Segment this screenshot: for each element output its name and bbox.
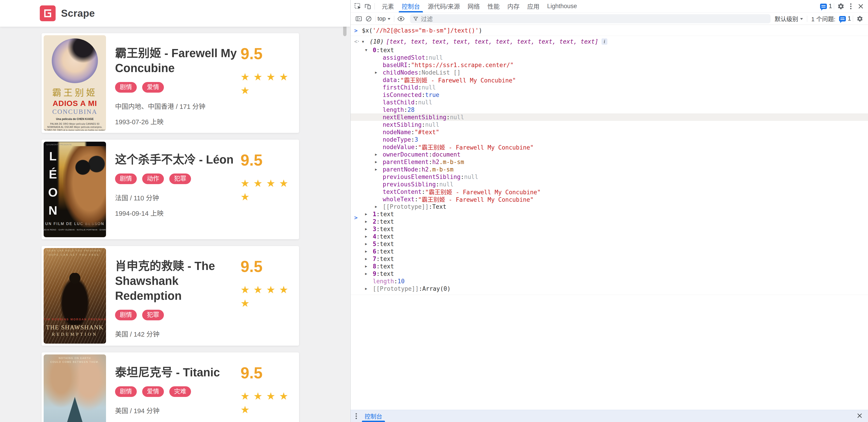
devtools-tab-元素[interactable]: 元素 [378, 0, 398, 12]
context-selector[interactable]: top [377, 15, 385, 22]
console-tree-row[interactable]: baseURI: "https://ssr1.scrape.center/" [350, 61, 868, 69]
inspect-element-icon[interactable] [353, 1, 363, 11]
live-expression-eye-icon[interactable] [396, 14, 406, 24]
console-tree-row[interactable]: ▶[[Prototype]]: Array(0) [350, 285, 868, 292]
close-devtools-icon[interactable] [856, 1, 866, 11]
console-tree-row[interactable]: previousElementSibling: null [350, 173, 868, 181]
console-tree-row[interactable]: length: 28 [350, 106, 868, 113]
devtools-tab-内存[interactable]: 内存 [504, 0, 524, 12]
movie-tags: 剧情犯罪 [115, 310, 241, 320]
console-tree-row[interactable]: ▶9: text [350, 270, 868, 278]
console-tree-row[interactable]: ▶1: text [350, 210, 868, 218]
movie-card[interactable]: FEAR CAN HOLD YOU PRISONER.HOPE CAN SET … [41, 246, 299, 346]
console-tree-row[interactable]: ▶7: text [350, 255, 868, 262]
expand-triangle-icon[interactable]: ▶ [365, 219, 373, 224]
devtools-tab-性能[interactable]: 性能 [484, 0, 504, 12]
devtools-tab-Lighthouse[interactable]: Lighthouse [544, 0, 581, 12]
devtools-tab-源代码/来源[interactable]: 源代码/来源 [424, 0, 464, 12]
console-tree-row[interactable]: lastChild: null [350, 98, 868, 106]
star-icon: ★ [253, 391, 266, 402]
console-tree-row[interactable]: ▶[[Prototype]]: Text [350, 203, 868, 210]
console-tree-row[interactable]: previousSibling: null [350, 181, 868, 188]
star-icon: ★ [241, 191, 253, 203]
expand-triangle-icon[interactable]: ▶ [365, 257, 373, 261]
console-input-echo[interactable]: > $x('//h2[@class="m-b-sm"]/text()') [350, 25, 868, 36]
movie-card[interactable]: GAUMONT PRESENTELÉONUN FILM DE LUC BESSO… [41, 140, 299, 239]
console-tree-row[interactable]: textContent: "霸王别姬 - Farewell My Concubi… [350, 188, 868, 195]
console-tree-row[interactable]: length: 10 [350, 278, 868, 285]
devtools-tab-应用[interactable]: 应用 [524, 0, 544, 12]
expand-triangle-icon[interactable]: ▶ [365, 212, 373, 216]
console-tree-row[interactable]: nextSibling: null [350, 121, 868, 128]
devtools-tab-控制台[interactable]: 控制台 [398, 0, 424, 12]
console-tree-row[interactable]: firstChild: null [350, 84, 868, 91]
expand-triangle-icon[interactable]: ▶ [365, 227, 373, 231]
movie-title[interactable]: 泰坦尼克号 - Titanic [115, 365, 241, 380]
more-options-kebab-icon[interactable] [846, 1, 856, 11]
tag-badge: 灾难 [169, 386, 191, 397]
movie-card[interactable]: 霸王别姬ADIOS A MICONCUBINAUna película de C… [41, 33, 299, 133]
drawer-close-icon[interactable] [856, 412, 863, 420]
expand-triangle-icon[interactable]: ▶ [365, 287, 373, 291]
console-messages-icon[interactable] [820, 4, 827, 9]
console-result-row[interactable]: <· ▼ (10) [text, text, text, text, text,… [350, 37, 868, 46]
settings-gear-icon[interactable] [836, 1, 846, 11]
device-toolbar-icon[interactable] [363, 1, 373, 11]
expand-triangle-icon[interactable]: ▼ [365, 48, 373, 52]
expand-triangle-icon[interactable]: ▶ [375, 160, 383, 164]
expand-triangle-icon[interactable]: ▶ [365, 234, 373, 238]
movie-poster[interactable]: NOTHING ON EARTHCOULD COME BETWEEN THEM.… [43, 354, 106, 422]
console-tree-row[interactable]: ▶childNodes: NodeList [] [350, 69, 868, 76]
console-tree-row[interactable]: ▶parentElement: h2.m-b-sm [350, 158, 868, 166]
issues-label[interactable]: 1 个问题: [811, 14, 835, 23]
expand-triangle-icon[interactable]: ▶ [365, 271, 373, 276]
movie-poster[interactable]: 霸王别姬ADIOS A MICONCUBINAUna película de C… [43, 35, 106, 131]
expand-triangle-icon[interactable]: ▶ [375, 204, 383, 209]
console-prompt-line[interactable]: > [350, 295, 868, 305]
drawer-kebab-icon[interactable] [355, 416, 357, 417]
console-tree-row[interactable]: ▶8: text [350, 262, 868, 270]
movie-title[interactable]: 霸王别姬 - Farewell My Concubine [115, 46, 241, 76]
movie-title[interactable]: 这个杀手不太冷 - Léon [115, 152, 241, 167]
console-tree-row[interactable]: ▶2: text [350, 218, 868, 225]
console-tree-row[interactable]: ▶ownerDocument: document [350, 151, 868, 158]
console-filter-input[interactable]: 过滤 [410, 14, 771, 23]
console-tree-row[interactable]: ▶5: text [350, 240, 868, 248]
log-level-selector[interactable]: 默认级别 [775, 14, 798, 23]
value-info-icon[interactable]: i [601, 38, 608, 45]
console-tree-row[interactable]: ▶3: text [350, 225, 868, 233]
console-tree-row[interactable]: nodeName: "#text" [350, 128, 868, 136]
movie-rating: 9.5 ★★★★★ [241, 142, 297, 237]
site-title[interactable]: Scrape [61, 8, 95, 19]
movie-poster[interactable]: GAUMONT PRESENTELÉONUN FILM DE LUC BESSO… [43, 142, 106, 237]
console-tree-row[interactable]: ▶6: text [350, 248, 868, 255]
expand-triangle-icon[interactable]: ▶ [365, 249, 373, 254]
console-sidebar-icon[interactable] [354, 14, 364, 24]
console-tree-row[interactable]: nodeType: 3 [350, 136, 868, 143]
expand-triangle-icon[interactable]: ▶ [375, 167, 383, 171]
console-tree-row[interactable]: ▶parentNode: h2.m-b-sm [350, 166, 868, 173]
console-tree-row[interactable]: nodeValue: "霸王别姬 - Farewell My Concubine… [350, 143, 868, 151]
drawer-tab-console[interactable]: 控制台 [362, 410, 385, 422]
console-tree-row[interactable]: wholeText: "霸王别姬 - Farewell My Concubine… [350, 195, 868, 203]
expand-triangle-icon[interactable]: ▼ [362, 39, 370, 44]
movie-card[interactable]: NOTHING ON EARTHCOULD COME BETWEEN THEM.… [41, 352, 299, 422]
expand-triangle-icon[interactable]: ▶ [365, 242, 373, 246]
expand-triangle-icon[interactable]: ▶ [365, 264, 373, 268]
expand-triangle-icon[interactable]: ▶ [375, 152, 383, 157]
movie-tags: 剧情爱情灾难 [115, 386, 241, 397]
console-tree-row[interactable]: assignedSlot: null [350, 54, 868, 61]
expand-triangle-icon[interactable]: ▶ [375, 70, 383, 74]
console-settings-gear-icon[interactable] [855, 14, 865, 24]
issues-icon[interactable] [839, 16, 846, 22]
console-tree-row[interactable]: isConnected: true [350, 91, 868, 98]
movie-title[interactable]: 肖申克的救赎 - The Shawshank Redemption [115, 259, 241, 303]
devtools-tab-网络[interactable]: 网络 [464, 0, 484, 12]
console-tree-row[interactable]: ▼0: text [350, 46, 868, 54]
console-tree-row[interactable]: nextElementSibling: null [350, 113, 868, 121]
clear-console-icon[interactable] [364, 14, 374, 24]
scrape-logo-icon[interactable] [40, 5, 56, 21]
console-tree-row[interactable]: data: "霸王别姬 - Farewell My Concubine" [350, 76, 868, 84]
movie-poster[interactable]: FEAR CAN HOLD YOU PRISONER.HOPE CAN SET … [43, 248, 106, 344]
console-tree-row[interactable]: ▶4: text [350, 233, 868, 240]
